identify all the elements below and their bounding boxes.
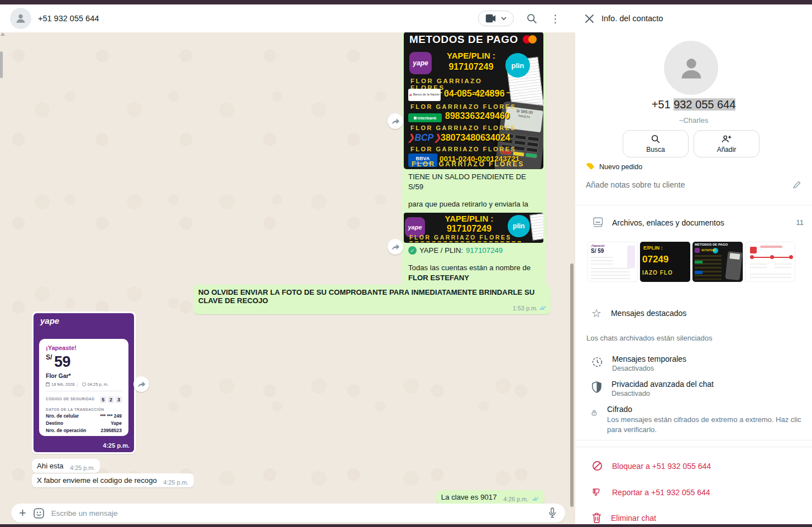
bn-account: 04-085-424896: [444, 89, 505, 99]
paycard-yape-plin-number: 917107249: [436, 62, 506, 72]
search-icon: [526, 13, 538, 25]
row-title: Reportar a +51 932 055 644: [612, 488, 710, 497]
message-input[interactable]: [50, 509, 547, 518]
media-thumbnail-metodos[interactable]: METODOS DE PAGO 917107249: [692, 242, 743, 282]
delete-chat-row[interactable]: Eliminar chat: [592, 512, 656, 523]
receipt-currency: S/: [46, 353, 52, 361]
selected-text: 932 055 644: [674, 98, 735, 111]
image-timestamp: 4:25 p.m.: [103, 442, 130, 449]
encryption-row[interactable]: Cifrado Los mensajes están cifrados de e…: [591, 405, 804, 434]
trash-icon: [592, 512, 601, 523]
chat-contact-name[interactable]: +51 932 055 644: [38, 14, 99, 23]
media-thumbnail-receipt[interactable]: ¡Yapeaste! S/ 59: [587, 242, 638, 282]
label-badge-row[interactable]: Nuevo pedido: [586, 162, 642, 171]
chevron-down-icon: [501, 17, 507, 20]
close-icon[interactable]: [585, 14, 594, 23]
security-code-label: CÓDIGO DE SEGURIDAD: [46, 397, 95, 401]
account-holder: FLOR GARRIAZO FLORES: [410, 103, 516, 110]
media-thumbnail-yape-plin[interactable]: E/PLIN : 07249 IAZO FLO: [640, 242, 690, 282]
interbank-logo: interbank: [408, 113, 442, 122]
chat-header-actions: ⋮: [478, 11, 561, 26]
whatsapp-window: +51 932 055 644 ⋮ S/ 585.00TARJETA: [0, 0, 812, 527]
advanced-privacy-row[interactable]: Privacidad avanzada del chat Desactivado: [591, 380, 804, 397]
transaction-data-label: DATOS DE LA TRANSACCIÓN: [46, 408, 122, 411]
chat-scrollbar[interactable]: [570, 264, 574, 507]
report-contact-row[interactable]: Reportar a +51 932 055 644: [592, 487, 710, 497]
starred-messages-row[interactable]: ☆ Mensajes destacados: [591, 308, 804, 319]
bcp-account: 38073480634024: [441, 133, 510, 143]
message-time: 1:53 p.m.: [513, 305, 538, 312]
message-in-text[interactable]: Ahi esta 4:25 p.m.: [32, 459, 100, 473]
media-thumbnail-tracking[interactable]: [745, 242, 795, 282]
contact-avatar[interactable]: [664, 41, 718, 95]
row-status: Desactivado: [612, 390, 714, 397]
video-call-button[interactable]: [478, 11, 514, 26]
archived-chats-note: Los chats archivados están silenciados: [586, 334, 712, 342]
thumbs-down-icon: [592, 487, 603, 497]
search-contact-button[interactable]: Busca: [623, 130, 689, 157]
block-icon: [592, 461, 603, 471]
row-status: Desactivados: [612, 365, 686, 372]
paycard-yape-plin-number: 917107249: [433, 224, 505, 234]
window-top-bar: [0, 0, 812, 4]
account-holder: FLOR GARRIAZO FLORES: [412, 160, 524, 168]
account-holder: FLOR GARRIAZO FLORES: [410, 146, 516, 152]
caption-line: YAPE / PLIN:: [419, 246, 463, 256]
forward-message-button[interactable]: [388, 113, 403, 129]
message-text: La clave es 9017: [441, 493, 497, 501]
chat-avatar[interactable]: [10, 8, 31, 29]
paycard-yape-plin-heading: YAPE/PLIN :: [436, 51, 506, 60]
message-time: 4:25 p.m.: [70, 464, 95, 471]
banco-nacion-logo: » Banco de la Nación: [408, 89, 441, 101]
yape-plin-image[interactable]: yape YAPE/PLIN : 917107249 plin FLOR GAR…: [404, 213, 543, 243]
yape-app-icon: yape: [409, 52, 432, 74]
contact-phone[interactable]: +51 932 055 644: [575, 98, 812, 111]
search-in-chat-button[interactable]: [526, 13, 538, 25]
row-title: Mensajes destacados: [611, 309, 686, 318]
message-composer: +: [11, 504, 565, 523]
message-out-reminder[interactable]: NO OLVIDE ENVIAR LA FOTO DE SU COMPROBAN…: [193, 285, 551, 314]
chat-menu-button[interactable]: ⋮: [550, 13, 561, 24]
message-time: 4:26 p.m.: [503, 496, 528, 502]
window-bottom-bar: [0, 524, 812, 527]
scroll-up-arrow[interactable]: [1, 32, 5, 36]
attach-plus-icon[interactable]: +: [19, 507, 26, 519]
read-receipt-icon: ✓✓: [532, 495, 539, 503]
sticker-icon[interactable]: [33, 507, 45, 519]
message-text: Ahi esta: [37, 462, 64, 470]
phone-link[interactable]: 917107249: [466, 246, 503, 256]
payment-methods-image[interactable]: S/ 585.00TARJETA METODOS DE PAGO yape YA…: [404, 32, 543, 169]
media-count: 11: [796, 218, 804, 227]
forward-message-button[interactable]: [133, 376, 149, 392]
person-icon: [15, 12, 27, 25]
forward-icon: [137, 381, 146, 388]
row-title: Mensajes temporales: [612, 354, 686, 363]
mic-icon[interactable]: [547, 507, 557, 519]
search-icon: [651, 134, 661, 144]
yape-receipt-image[interactable]: yape ¡Yapeaste! S/ 59 Flor Gar* 18 feb. …: [34, 313, 134, 452]
chat-conversation-area: S/ 585.00TARJETA METODOS DE PAGO yape YA…: [0, 32, 575, 524]
message-text: X fabor envieme el codigo de recogo: [37, 476, 157, 485]
message-out-text[interactable]: La clave es 9017 4:26 p.m. ✓✓: [436, 490, 544, 504]
add-contact-button[interactable]: Añadir: [694, 130, 760, 157]
row-title: Bloquear a +51 932 055 644: [612, 462, 711, 471]
client-notes-field[interactable]: Añade notas sobre tu cliente: [586, 180, 801, 189]
block-contact-row[interactable]: Bloquear a +51 932 055 644: [592, 461, 711, 471]
message-out-payment-image[interactable]: S/ 585.00TARJETA METODOS DE PAGO yape YA…: [402, 32, 546, 239]
forward-message-button[interactable]: [388, 239, 403, 255]
interbank-account: 8983363249460: [445, 111, 510, 121]
person-add-icon: [721, 134, 732, 144]
pencil-icon[interactable]: [792, 180, 801, 189]
message-in-text[interactable]: X fabor envieme el codigo de recogo 4:25…: [32, 473, 194, 487]
disappearing-messages-row[interactable]: Mensajes temporales Desactivados: [591, 354, 804, 372]
message-in-receipt[interactable]: yape ¡Yapeaste! S/ 59 Flor Gar* 18 feb. …: [32, 312, 136, 454]
row-title: Archivos, enlaces y documentos: [612, 218, 724, 227]
account-holder: FLOR GARRIAZO FLORES: [410, 124, 516, 131]
media-links-docs-row[interactable]: Archivos, enlaces y documentos 11: [591, 217, 804, 228]
receipt-datetime: 18 feb. 2026 | 04:25 p. m.: [46, 382, 122, 387]
receipt-payee: Flor Gar*: [46, 372, 122, 379]
row-status: Los mensajes están cifrados de extremo a…: [607, 415, 804, 434]
bcp-logo: ❯BCP❯: [407, 132, 441, 143]
panel-title: Info. del contacto: [601, 14, 663, 23]
left-scrollbar[interactable]: [0, 51, 3, 78]
